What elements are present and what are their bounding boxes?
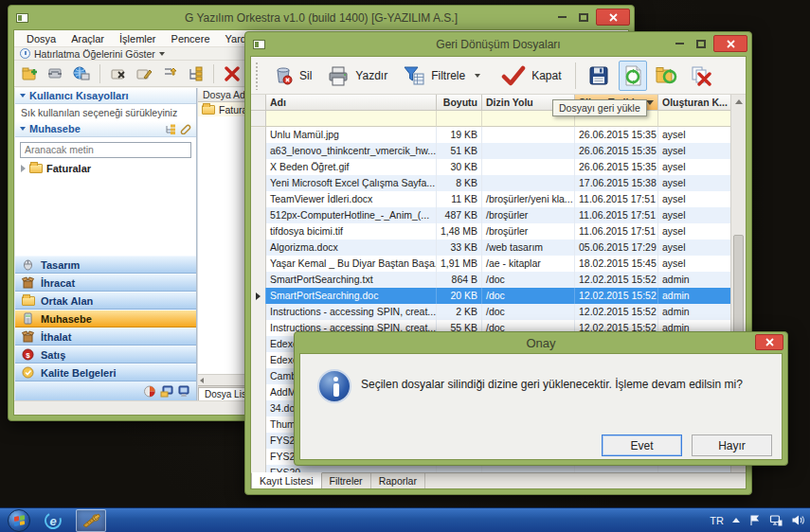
delete-folder-icon[interactable] [108,64,129,83]
delete-icon[interactable] [222,64,243,83]
sidebar-item-muhasebe[interactable]: Muhasebe [15,310,196,328]
filter-button[interactable]: Filtrele [395,62,488,89]
filter-name[interactable] [266,111,437,127]
minimize-button[interactable] [670,36,689,52]
collapse-icon [20,127,26,131]
toolbar-grip[interactable] [255,62,260,90]
network-icon[interactable] [769,514,783,526]
close-panel-button[interactable]: Kapat [494,62,568,89]
volume-icon[interactable] [791,514,804,526]
floppy-disk-icon [588,65,609,86]
yes-button[interactable]: Evet [602,434,682,456]
row-indicator [251,239,266,256]
dialog-body: Seçilen dosyalar silindiği dizine geri y… [299,353,783,460]
scroll-up-icon[interactable] [731,95,746,109]
restore-folder-button[interactable] [653,61,681,91]
taskbar-item-ie[interactable]: e [38,509,68,532]
sidebar-item-ihracat[interactable]: İhracat [15,274,196,292]
link-icon[interactable] [180,124,191,134]
pie-chart-icon[interactable] [143,385,156,398]
sidebar-item-ithalat[interactable]: İthalat [15,328,196,346]
no-button[interactable]: Hayır [692,434,772,456]
folder-icon [202,105,215,115]
tree-structure-icon[interactable] [185,64,206,83]
add-folder-icon[interactable] [20,64,41,83]
filter-size[interactable] [437,111,482,127]
header-name[interactable]: Adı [266,95,437,111]
save-button[interactable] [585,61,613,91]
folder-icon [21,294,35,307]
cell-path: /broşürler [482,207,575,223]
close-button[interactable] [596,9,630,26]
tab-kayit-listesi[interactable]: Kayıt Listesi [251,472,322,488]
tab-raporlar[interactable]: Raporlar [371,473,425,488]
cell-user [658,465,734,472]
shortcuts-header[interactable]: Kullanıcı Kısayolları [15,88,196,104]
row-indicator [251,288,266,304]
cell-date: 12.02.2015 15:52 [575,304,658,320]
main-titlebar[interactable]: G Yazılım Orkestra v1.0 (build 1400) [G-… [9,6,634,29]
menu-dosya[interactable]: Dosya [20,32,63,45]
menu-islemler[interactable]: İşlemler [113,32,163,45]
cell-size: 2 KB [437,304,482,320]
edit-folder-icon[interactable] [134,64,154,83]
sidebar-item-ortak-alan[interactable]: Ortak Alan [15,292,196,310]
table-row[interactable]: TeamViewer İdleri.docx11 KB/broşürler/ye… [251,191,734,207]
filter-user[interactable] [658,111,734,127]
menu-araclar[interactable]: Araçlar [64,32,111,45]
action-center-flag-icon[interactable] [748,514,761,526]
table-row[interactable]: X Beden Öğret.gif30 KB26.06.2015 15:35ay… [251,159,734,175]
delete-permanently-button[interactable] [687,61,715,91]
tab-filtreler[interactable]: Filtreler [322,473,371,488]
expand-icon[interactable] [21,165,26,172]
system-tray: TR [710,508,808,532]
network-folder-icon[interactable] [71,64,92,83]
chevron-down-icon[interactable] [475,74,480,78]
tree-view-icon[interactable] [165,124,176,134]
table-row[interactable]: 512px-ComputerHotline_-_Anim_(...487 KB/… [251,207,734,223]
print-button[interactable]: Yazdır [319,62,395,89]
maximize-button[interactable] [692,36,711,52]
table-row[interactable]: a63_lenovo_thinkcentr_vmercik_hw...51 KB… [251,143,734,159]
row-indicator [251,159,266,175]
start-button[interactable] [8,509,30,532]
table-row[interactable]: Yeni Microsoft Excel Çalışma Sayfa...8 K… [251,175,734,191]
chevron-down-icon[interactable] [159,52,165,56]
menu-pencere[interactable]: Pencere [165,32,217,45]
header-size[interactable]: Boyutu [437,95,482,111]
close-button[interactable] [713,35,747,52]
table-row[interactable]: Algorizma.docx33 KB/web tasarım05.06.201… [251,239,734,256]
delete-pages-icon [690,65,712,86]
scroll-left-icon[interactable] [200,378,204,383]
dialog-titlebar[interactable]: Onay [295,332,787,353]
restore-file-button[interactable] [619,61,647,91]
tree-item-faturalar[interactable]: Faturalar [15,161,196,176]
table-row[interactable]: Yaşar Kemal _ Bu Diyar Baştan Başa...1,9… [251,256,734,272]
computer-folder-icon[interactable] [160,385,173,398]
maximize-button[interactable] [574,9,593,26]
reorder-arrows-icon[interactable] [159,64,180,83]
taskbar-item-orkestra[interactable] [76,509,106,532]
search-input[interactable] [20,142,191,158]
header-creator[interactable]: Oluşturan K... [658,95,734,111]
table-row[interactable]: FYS20 [251,465,734,472]
app-icon [253,40,265,49]
sidebar-item-tasarim[interactable]: Tasarım [15,256,196,274]
delete-button[interactable]: Sil [265,62,319,89]
archive-machine-icon[interactable] [45,64,66,83]
table-row[interactable]: Instructions - accessing SPIN, creat...2… [251,304,734,320]
sidebar-item-satis[interactable]: $ Satış [15,346,196,364]
show-hidden-icons[interactable] [732,518,740,523]
close-button[interactable] [755,334,783,350]
minimize-button[interactable] [552,9,571,26]
sidebar-item-kalite-belgeleri[interactable]: Kalite Belgeleri [15,364,196,381]
section-header-muhasebe[interactable]: Muhasebe [15,121,196,137]
row-indicator [251,256,266,272]
language-indicator[interactable]: TR [710,515,724,526]
table-row[interactable]: Unlu Mamül.jpg19 KB26.06.2015 15:35aysel [251,127,734,143]
table-row[interactable]: tifdosya bicimi.tif1,48 MB/broşürler11.0… [251,223,734,239]
computer-icon[interactable] [177,385,190,398]
table-row[interactable]: SmartPortSearching.doc20 KB/doc12.02.201… [251,288,734,304]
recycle-titlebar[interactable]: Geri Dönüşüm Dosyaları [245,32,751,56]
table-row[interactable]: SmartPortSearching.txt864 B/doc12.02.201… [251,272,734,288]
